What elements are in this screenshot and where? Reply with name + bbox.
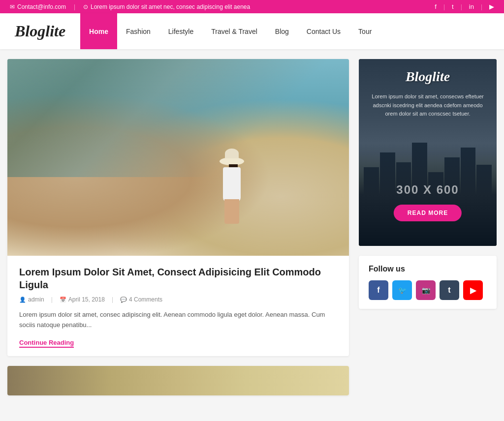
email-info: ✉ Contact@info.com xyxy=(10,3,66,10)
social-icons-list: f 🐦 📷 t ▶ xyxy=(369,280,487,300)
post-meta-1: 👤 admin | 📅 April 15, 2018 | 💬 4 Comment… xyxy=(19,296,337,303)
post-body-1: Lorem Ipsum Dolor Sit Amet, Consect Adip… xyxy=(7,256,349,356)
nav-contact[interactable]: Contact Us xyxy=(298,13,349,49)
nav-tour[interactable]: Tour xyxy=(349,13,380,49)
social-icon-instagram[interactable]: 📷 xyxy=(416,280,436,300)
email-text: Contact@info.com xyxy=(17,3,66,10)
cliff-overlay xyxy=(7,59,349,177)
social-facebook-top[interactable]: f xyxy=(435,3,437,10)
topbar-divider: | xyxy=(74,3,75,10)
author-icon: 👤 xyxy=(19,297,26,303)
comments-text: 4 Comments xyxy=(129,296,162,303)
nav-lifestyle[interactable]: Lifestyle xyxy=(159,13,202,49)
email-icon: ✉ xyxy=(10,3,15,10)
ad-logo: Bloglite xyxy=(369,69,487,85)
date-text: April 15, 2018 xyxy=(68,296,105,303)
logo-area: Bloglite xyxy=(0,13,80,49)
social-icon-tumblr[interactable]: t xyxy=(440,280,459,300)
main-nav: Home Fashion Lifestyle Travel & Travel B… xyxy=(80,13,504,49)
post-image-inner xyxy=(7,59,349,256)
nav-blog[interactable]: Blog xyxy=(266,13,298,49)
clock-icon: ⊙ xyxy=(83,3,88,10)
post-excerpt-1: Lorem ipsum dolor sit amet, consec adipi… xyxy=(19,310,337,331)
social-youtube-top[interactable]: ▶ xyxy=(489,3,494,10)
post-card-2-preview xyxy=(7,366,349,395)
calendar-icon: 📅 xyxy=(60,297,66,303)
ad-read-more-button[interactable]: READ MORE xyxy=(394,205,462,221)
continue-reading-link[interactable]: Continue Reading xyxy=(19,339,74,348)
social-icon-facebook[interactable]: f xyxy=(369,280,388,300)
person-body xyxy=(223,167,241,202)
main-container: Lorem Ipsum Dolor Sit Amet, Consect Adip… xyxy=(0,49,504,405)
nav-fashion[interactable]: Fashion xyxy=(117,13,159,49)
social-icon-twitter[interactable]: 🐦 xyxy=(392,280,412,300)
site-logo[interactable]: Bloglite xyxy=(15,22,65,40)
person-figure xyxy=(217,157,247,226)
follow-widget: Follow us f 🐦 📷 t ▶ xyxy=(359,256,497,309)
post-preview-image xyxy=(7,366,349,395)
nav-travel[interactable]: Travel & Travel xyxy=(202,13,266,49)
author-name: admin xyxy=(28,296,44,303)
follow-title: Follow us xyxy=(369,265,487,273)
post-author: 👤 admin xyxy=(19,296,44,303)
ad-text: Lorem ipsum dolor sit amet, consecws eft… xyxy=(369,92,487,119)
post-date: 📅 April 15, 2018 xyxy=(60,296,105,303)
top-bar-left: ✉ Contact@info.com | ⊙ Lorem ipsum dolor… xyxy=(10,3,250,10)
post-card-1: Lorem Ipsum Dolor Sit Amet, Consect Adip… xyxy=(7,59,349,356)
nav-home[interactable]: Home xyxy=(80,13,117,49)
sidebar: Bloglite Lorem ipsum dolor sit amet, con… xyxy=(359,59,497,395)
comment-icon: 💬 xyxy=(120,297,127,303)
tagline-info: ⊙ Lorem ipsum dolor sit amet nec, consec… xyxy=(83,3,250,10)
sidebar-ad: Bloglite Lorem ipsum dolor sit amet, con… xyxy=(359,59,497,246)
top-bar-social: f | t | in | ▶ xyxy=(435,3,494,10)
content-area: Lorem Ipsum Dolor Sit Amet, Consect Adip… xyxy=(7,59,349,395)
post-comments: 💬 4 Comments xyxy=(120,296,162,303)
person-legs xyxy=(224,199,239,224)
ad-size-label: 300 X 600 xyxy=(396,183,459,197)
ad-content: Bloglite Lorem ipsum dolor sit amet, con… xyxy=(359,59,497,128)
post-image-1 xyxy=(7,59,349,256)
header: Bloglite Home Fashion Lifestyle Travel &… xyxy=(0,13,504,49)
social-icon-youtube[interactable]: ▶ xyxy=(463,280,483,300)
top-bar: ✉ Contact@info.com | ⊙ Lorem ipsum dolor… xyxy=(0,0,504,13)
post-title-1: Lorem Ipsum Dolor Sit Amet, Consect Adip… xyxy=(19,266,337,291)
social-linkedin-top[interactable]: in xyxy=(469,3,474,10)
tagline-text: Lorem ipsum dolor sit amet nec, consec a… xyxy=(91,3,250,10)
social-twitter-top[interactable]: t xyxy=(452,3,454,10)
